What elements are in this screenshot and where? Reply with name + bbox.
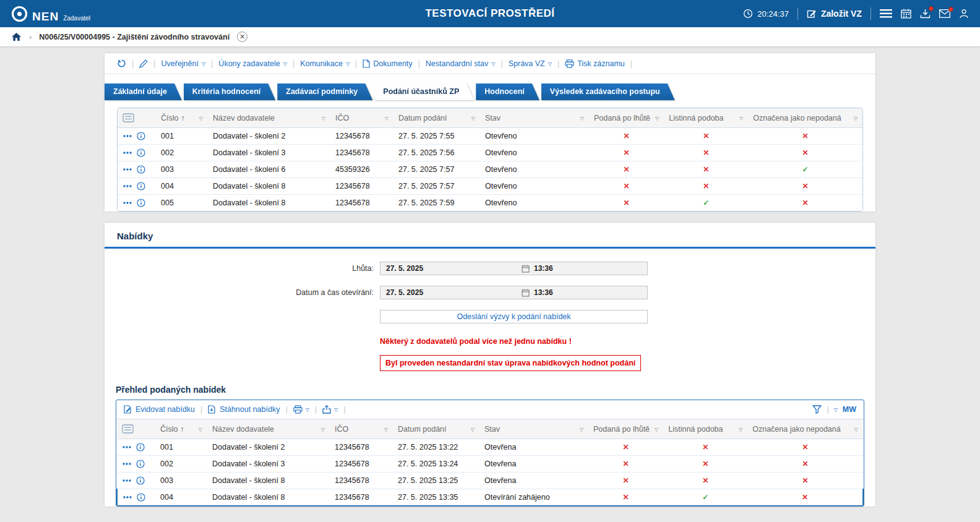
tab[interactable]: Zadávací podmínky: [277, 83, 372, 100]
row-menu-icon[interactable]: [122, 479, 132, 482]
row-info-icon[interactable]: [137, 182, 145, 190]
column-header[interactable]: Označena jako nepodaná ▽: [747, 419, 863, 439]
breadcrumb-record[interactable]: N006/25/V00004995 - Zajištění závodního …: [39, 33, 230, 41]
row-menu-icon[interactable]: [123, 184, 132, 188]
user-profile-button[interactable]: [959, 9, 969, 19]
column-header[interactable]: Listinná podoba ▽: [664, 108, 748, 128]
column-header[interactable]: Podaná po lhůtě ▽: [589, 108, 664, 128]
deadline-field[interactable]: 27. 5. 2025 13:36: [380, 262, 648, 275]
downloads-button[interactable]: [920, 9, 931, 19]
tab[interactable]: Kritéria hodnocení: [184, 83, 275, 100]
row-menu-icon[interactable]: [123, 495, 132, 499]
opening-time-input[interactable]: 13:36: [516, 288, 647, 297]
table-row[interactable]: 001 Dodavatel - školení 2 12345678 27. 5…: [117, 439, 863, 456]
row-menu-icon[interactable]: [123, 134, 132, 138]
column-header[interactable]: IČO ▽: [330, 108, 393, 128]
menu-dokumenty[interactable]: Dokumenty: [363, 59, 412, 68]
menu-nestandardni-stav[interactable]: Nestandardní stav▽: [426, 59, 496, 68]
table-row[interactable]: 004 Dodavatel - školení 8 12345678 27. 5…: [117, 489, 863, 506]
tab[interactable]: Podání účastníků ZP: [374, 83, 474, 100]
column-header[interactable]: Název dodavatele ▽: [208, 108, 330, 128]
row-menu-icon[interactable]: [122, 462, 132, 466]
menu-sprava-vz[interactable]: Správa VZ▽: [509, 59, 552, 68]
table-row[interactable]: 003 Dodavatel - školení 8 12345678 27. 5…: [117, 473, 863, 489]
filter-chevron-icon[interactable]: ▽: [655, 116, 659, 121]
row-info-icon[interactable]: [137, 148, 145, 157]
row-menu-icon[interactable]: [122, 445, 132, 449]
column-header[interactable]: Datum podání ▽: [393, 419, 479, 439]
print-record-button[interactable]: Tisk záznamu: [565, 59, 625, 68]
column-header[interactable]: IČO ▽: [330, 419, 393, 439]
filter-chevron-icon[interactable]: ▽: [471, 427, 475, 432]
row-menu-icon[interactable]: [123, 168, 132, 171]
table-row[interactable]: 005 Dodavatel - školení 8 12345678 27. 5…: [118, 195, 862, 212]
column-header[interactable]: Číslo ↑ ▽: [155, 419, 207, 439]
filter-chevron-icon[interactable]: ▽: [322, 116, 325, 121]
menu-button[interactable]: [880, 9, 892, 18]
row-info-icon[interactable]: [137, 493, 145, 502]
tab[interactable]: Hodnocení: [476, 83, 539, 100]
filter-button[interactable]: [812, 405, 822, 414]
filter-chevron-icon[interactable]: ▽: [854, 116, 858, 121]
export-offers-button[interactable]: ▽: [322, 405, 338, 414]
filter-chevron-icon[interactable]: ▽: [384, 427, 388, 432]
filter-chevron-icon[interactable]: ▽: [655, 427, 658, 432]
brand[interactable]: NEN Zadavatel: [11, 6, 90, 22]
filter-chevron-icon[interactable]: ▽: [385, 116, 389, 121]
close-record-icon[interactable]: ✕: [237, 32, 247, 42]
refresh-button[interactable]: [117, 59, 126, 68]
row-info-icon[interactable]: [137, 165, 145, 174]
row-info-icon[interactable]: [136, 476, 145, 485]
filter-chevron-icon[interactable]: ▽: [580, 427, 583, 432]
row-menu-icon[interactable]: [123, 201, 132, 205]
table-row[interactable]: 003 Dodavatel - školení 6 45359326 27. 5…: [118, 161, 862, 178]
filter-chevron-icon[interactable]: ▽: [321, 427, 325, 432]
column-header[interactable]: Listinná podoba ▽: [663, 419, 747, 439]
send-call-button[interactable]: Odeslání výzvy k podání nabídek: [380, 310, 648, 323]
column-settings-header[interactable]: [118, 108, 156, 128]
print-offers-button[interactable]: ▽: [293, 405, 309, 414]
filter-chevron-icon[interactable]: ▽: [199, 116, 203, 121]
menu-ukony-zadavatele[interactable]: Úkony zadavatele▽: [218, 59, 287, 68]
column-header[interactable]: Stav ▽: [480, 108, 589, 128]
filter-chevron-icon[interactable]: ▽: [854, 427, 858, 432]
row-info-icon[interactable]: [137, 132, 145, 140]
table-row[interactable]: 001 Dodavatel - školení 2 12345678 27. 5…: [118, 128, 862, 145]
column-header[interactable]: Stav ▽: [479, 419, 588, 439]
column-header[interactable]: Označena jako nepodaná ▽: [748, 108, 862, 128]
calendar-button[interactable]: [901, 9, 911, 19]
column-header[interactable]: Datum podání ▽: [393, 108, 480, 128]
tab[interactable]: Výsledek zadávacího postupu: [541, 83, 675, 100]
create-vz-button[interactable]: Založit VZ: [807, 9, 862, 19]
table-row[interactable]: 002 Dodavatel - školení 3 12345678 27. 5…: [118, 145, 862, 161]
table-row[interactable]: 002 Dodavatel - školení 3 12345678 27. 5…: [117, 456, 863, 473]
view-selector[interactable]: MW: [843, 405, 856, 414]
tab[interactable]: Základní údaje: [105, 83, 182, 100]
view-chevron-icon[interactable]: ▽: [834, 408, 838, 413]
register-offer-button[interactable]: Evidovat nabídku: [124, 405, 195, 414]
row-info-icon[interactable]: [136, 460, 145, 468]
home-icon[interactable]: [11, 32, 22, 41]
download-offers-button[interactable]: Stáhnout nabídky: [208, 405, 280, 414]
messages-button[interactable]: [939, 9, 950, 18]
row-info-icon[interactable]: [137, 199, 145, 207]
opening-date-input[interactable]: 27. 5. 2025: [380, 288, 516, 297]
row-menu-icon[interactable]: [123, 151, 132, 155]
column-header[interactable]: Název dodavatele ▽: [207, 419, 330, 439]
filter-chevron-icon[interactable]: ▽: [580, 116, 584, 121]
edit-record-button[interactable]: [139, 59, 148, 68]
column-header[interactable]: Číslo ↑ ▽: [156, 108, 208, 128]
column-settings-header[interactable]: [117, 419, 155, 439]
opening-field[interactable]: 27. 5. 2025 13:36: [380, 286, 648, 299]
table-row[interactable]: 004 Dodavatel - školení 8 12345678 27. 5…: [118, 178, 862, 195]
filter-chevron-icon[interactable]: ▽: [739, 116, 743, 121]
filter-chevron-icon[interactable]: ▽: [199, 427, 202, 432]
row-info-icon[interactable]: [136, 443, 145, 451]
deadline-date-input[interactable]: 27. 5. 2025: [380, 264, 516, 273]
menu-komunikace[interactable]: Komunikace▽: [300, 59, 350, 68]
filter-chevron-icon[interactable]: ▽: [471, 116, 475, 121]
deadline-time-input[interactable]: 13:36: [516, 264, 647, 273]
filter-chevron-icon[interactable]: ▽: [739, 427, 742, 432]
menu-uverejneni[interactable]: Uveřejnění▽: [161, 59, 206, 68]
column-header[interactable]: Podaná po lhůtě ▽: [588, 419, 663, 439]
